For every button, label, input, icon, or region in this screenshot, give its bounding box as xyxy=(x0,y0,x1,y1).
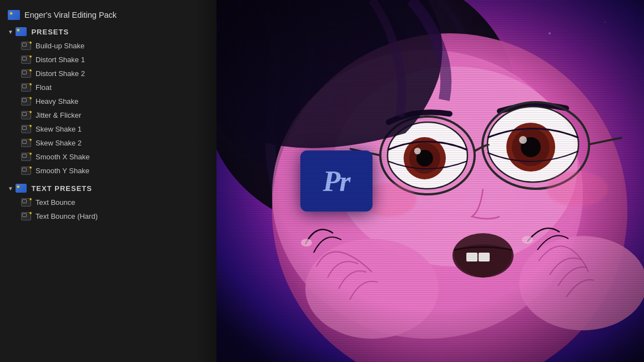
preset-item-distort-shake-1[interactable]: Distort Shake 1 xyxy=(6,53,217,67)
preset-icon-text-bounce-hard xyxy=(21,212,31,220)
svg-rect-29 xyxy=(479,253,490,262)
preset-item-skew-shake-2[interactable]: Skew Shake 2 xyxy=(6,136,217,150)
preview-panel: Pr xyxy=(217,0,644,362)
root-folder-icon xyxy=(8,10,20,20)
preset-icon-skew-shake-1 xyxy=(21,125,31,133)
svg-point-32 xyxy=(305,239,439,339)
preset-icon-build-up-shake xyxy=(21,42,31,50)
svg-point-5 xyxy=(605,22,606,23)
preset-icon-float xyxy=(21,83,31,92)
svg-point-35 xyxy=(522,236,533,244)
preset-icon-jitter-flicker xyxy=(21,111,31,119)
premiere-pro-logo: Pr xyxy=(300,150,373,212)
preset-item-smooth-x-shake[interactable]: Smooth X Shake xyxy=(6,150,217,164)
preset-icon-skew-shake-2 xyxy=(21,139,31,147)
text-presets-chevron: ▼ xyxy=(8,185,13,192)
preset-icon-distort-shake-2 xyxy=(21,69,31,78)
preset-label-skew-shake-2: Skew Shake 2 xyxy=(36,139,82,147)
presets-section-label: PRESETS xyxy=(31,28,69,36)
preset-item-heavy-shake[interactable]: Heavy Shake xyxy=(6,94,217,108)
preset-label-skew-shake-1: Skew Shake 1 xyxy=(36,125,82,133)
presets-chevron: ▼ xyxy=(8,29,13,35)
preset-label-text-bounce: Text Bounce xyxy=(36,198,76,207)
preset-label-build-up-shake: Build-up Shake xyxy=(36,42,84,50)
pr-logo-text: Pr xyxy=(323,165,350,198)
preset-item-smooth-y-shake[interactable]: Smooth Y Shake xyxy=(6,164,217,178)
preset-label-distort-shake-1: Distort Shake 1 xyxy=(36,56,85,64)
preset-label-jitter-flicker: Jitter & Flicker xyxy=(36,111,81,119)
preset-item-jitter-flicker[interactable]: Jitter & Flicker xyxy=(6,108,217,122)
preset-icon-text-bounce xyxy=(21,198,31,207)
presets-list: Build-up Shake Distort Shake 1 Distort S… xyxy=(6,39,217,178)
preset-icon-distort-shake-1 xyxy=(21,56,31,64)
anime-background: Pr xyxy=(217,0,644,362)
root-pack-label: Enger's Viral Editing Pack xyxy=(24,11,117,19)
svg-point-22 xyxy=(519,136,527,144)
preset-icon-smooth-y-shake xyxy=(21,167,31,175)
text-presets-section-label: TEXT PRESETS xyxy=(31,184,92,193)
preset-item-float[interactable]: Float xyxy=(6,81,217,94)
preset-item-build-up-shake[interactable]: Build-up Shake xyxy=(6,39,217,53)
preset-label-smooth-y-shake: Smooth Y Shake xyxy=(36,167,89,175)
preset-item-skew-shake-1[interactable]: Skew Shake 1 xyxy=(6,122,217,136)
svg-point-18 xyxy=(414,148,421,154)
preset-item-distort-shake-2[interactable]: Distort Shake 2 xyxy=(6,67,217,81)
svg-point-4 xyxy=(549,32,551,34)
left-panel: Enger's Viral Editing Pack ▼ PRESETS Bui… xyxy=(0,0,217,362)
preset-icon-smooth-x-shake xyxy=(21,153,31,161)
preset-label-text-bounce-hard: Text Bounce (Hard) xyxy=(36,212,98,220)
app-container: Enger's Viral Editing Pack ▼ PRESETS Bui… xyxy=(0,0,644,362)
presets-section-header[interactable]: ▼ PRESETS xyxy=(6,24,217,39)
preset-label-float: Float xyxy=(36,83,52,92)
svg-rect-28 xyxy=(466,253,477,262)
preset-icon-heavy-shake xyxy=(21,97,31,105)
anime-scene-svg xyxy=(217,0,644,362)
presets-folder-icon xyxy=(16,27,27,36)
preset-item-text-bounce[interactable]: Text Bounce xyxy=(6,195,217,209)
text-presets-section-header[interactable]: ▼ TEXT PRESETS xyxy=(6,181,217,195)
svg-point-34 xyxy=(301,239,312,247)
svg-point-31 xyxy=(547,171,608,207)
preset-label-smooth-x-shake: Smooth X Shake xyxy=(36,153,90,161)
preset-item-text-bounce-hard[interactable]: Text Bounce (Hard) xyxy=(6,209,217,223)
text-presets-list: Text Bounce Text Bounce (Hard) xyxy=(6,195,217,223)
preset-label-distort-shake-2: Distort Shake 2 xyxy=(36,69,85,78)
root-pack-item[interactable]: Enger's Viral Editing Pack xyxy=(6,7,217,23)
preset-label-heavy-shake: Heavy Shake xyxy=(36,97,78,105)
text-presets-folder-icon xyxy=(16,184,27,193)
